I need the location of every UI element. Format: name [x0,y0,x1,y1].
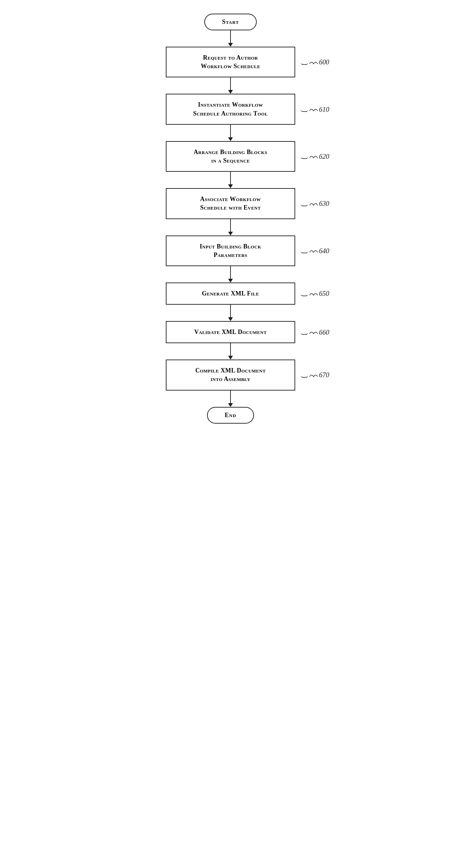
process-node-610: Instantiate WorkflowSchedule Authoring T… [166,94,295,124]
start-label: Start [222,18,239,25]
node-row-620: Arrange Building Blocksin a Sequence 620 [111,141,350,172]
arrow-4 [228,219,233,235]
arrow-line [230,30,231,43]
arrow-line [230,125,231,137]
node-label-640: 640 [301,247,329,255]
label-650: 650 [319,290,329,298]
arrow-head [228,279,233,283]
end-label: End [225,412,236,418]
arrow-head [228,403,233,407]
arrow-line [230,391,231,403]
node-row-670: Compile XML Documentinto Assembly 670 [111,360,350,390]
start-node: Start [204,14,257,30]
process-node-670: Compile XML Documentinto Assembly [166,360,295,390]
node-row-600: Request to AuthorWorkflow Schedule 600 [111,47,350,77]
process-node-630: Associate WorkflowSchedule with Event [166,188,295,219]
arrow-3 [228,172,233,188]
process-node-660: Validate XML Document [166,321,295,343]
end-node-row: End [111,407,350,424]
node-label-610: 610 [301,105,329,113]
label-630: 630 [319,200,329,208]
arrow-1 [228,77,233,94]
arrow-head [228,90,233,94]
node-label-600: 600 [301,58,329,66]
arrow-line [230,343,231,356]
label-610: 610 [319,105,329,113]
label-670: 670 [319,371,329,379]
node-row-610: Instantiate WorkflowSchedule Authoring T… [111,94,350,124]
end-node: End [207,407,254,424]
node-row-650: Generate XML File 650 [111,283,350,305]
arrow-line [230,172,231,184]
arrow-head [228,137,233,141]
arrow-line [230,305,231,317]
process-node-650: Generate XML File [166,283,295,305]
label-660: 660 [319,328,329,336]
node-label-620: 620 [301,152,329,160]
process-node-640: Input Building BlockParameters [166,235,295,266]
node-row-660: Validate XML Document 660 [111,321,350,343]
node-label-660: 660 [301,328,329,336]
arrow-head [228,232,233,235]
label-620: 620 [319,152,329,160]
node-row-640: Input Building BlockParameters 640 [111,235,350,266]
arrow-line [230,219,231,232]
arrow-7 [228,343,233,360]
node-label-650: 650 [301,290,329,298]
arrow-head [228,184,233,188]
process-node-620: Arrange Building Blocksin a Sequence [166,141,295,172]
arrow-head [228,317,233,321]
arrow-2 [228,125,233,141]
label-600: 600 [319,58,329,66]
flowchart-container: Start Request to AuthorWorkflow Schedule… [111,14,350,424]
node-label-670: 670 [301,371,329,379]
node-row-630: Associate WorkflowSchedule with Event 63… [111,188,350,219]
arrow-6 [228,305,233,321]
arrow-head [228,356,233,360]
start-node-row: Start [111,14,350,30]
label-640: 640 [319,247,329,255]
arrow-head [228,43,233,47]
arrow-0 [228,30,233,47]
process-node-600: Request to AuthorWorkflow Schedule [166,47,295,77]
arrow-8 [228,391,233,407]
node-label-630: 630 [301,200,329,208]
arrow-5 [228,266,233,283]
arrow-line [230,266,231,279]
arrow-line [230,77,231,90]
